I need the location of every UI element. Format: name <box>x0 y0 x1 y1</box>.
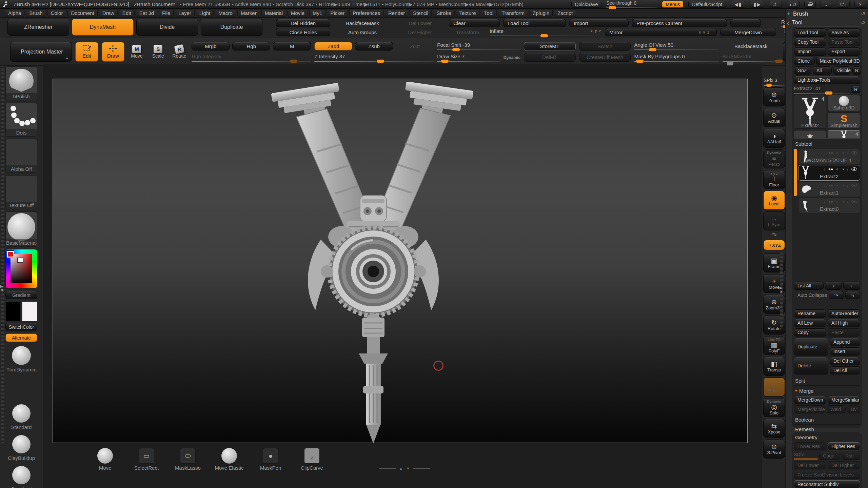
tool-thumb-simplebrush[interactable]: SSimpleBrush <box>828 113 860 129</box>
menu-stencil[interactable]: Stencil <box>410 9 432 17</box>
mask-by-polygroups-slider[interactable]: Mask By Polygroups 0 <box>634 54 719 62</box>
projection-master-button[interactable]: Projection Master ▲ <box>10 42 72 62</box>
menus-toggle-button[interactable]: Menus <box>662 1 684 8</box>
close-holes-button[interactable]: Close Holes <box>276 28 330 36</box>
menu-layer[interactable]: Layer <box>175 9 195 17</box>
copy-subtool-button[interactable]: Copy <box>794 328 826 337</box>
subtool-row-extract1[interactable]: ↓●●◐◑/ Extract1 <box>798 181 860 197</box>
rename-button[interactable]: Rename <box>794 309 826 318</box>
backfacemask-button[interactable]: BackfaceMask <box>334 19 391 27</box>
visibility-eye-icon[interactable] <box>851 200 857 203</box>
texture-thumb[interactable]: Texture Off <box>5 175 37 209</box>
insert-button[interactable]: Insert <box>830 347 860 355</box>
goz-visible-button[interactable]: Visible <box>833 66 851 75</box>
alpha-thumb[interactable]: Alpha Off <box>5 139 37 173</box>
menu-material[interactable]: Material <box>261 9 286 17</box>
goz-button[interactable]: GoZ <box>794 66 811 75</box>
bottom-brush-move-elastic[interactable]: Move Elastic <box>213 448 245 471</box>
del-other-button[interactable]: Del Other <box>830 357 860 365</box>
menu-marker[interactable]: Marker <box>237 9 260 17</box>
creatediff-mesh-button[interactable]: CreateDiff Mesh <box>579 53 631 62</box>
edit-mode-button[interactable]: Edit <box>75 42 98 62</box>
storemt-button[interactable]: StoreMT <box>524 42 576 51</box>
export-tool-button[interactable]: Export <box>828 47 860 56</box>
menu-my1[interactable]: My1 <box>309 9 326 17</box>
zoom-button[interactable]: ⊕Zoom <box>763 87 785 106</box>
shade-window-button[interactable]: ⌄ <box>821 1 832 8</box>
stroke-thumb[interactable]: Dots <box>5 103 37 137</box>
sculpt-statue[interactable] <box>270 80 477 443</box>
window-overlap-right-icon[interactable] <box>787 1 800 8</box>
tool-name-slider[interactable]: Extract2. 41 <box>794 85 850 94</box>
xpose-button[interactable]: ⇆Xpose <box>763 419 785 438</box>
append-button[interactable]: Append <box>830 338 860 346</box>
active-tool-thumb[interactable]: 4 Extract2 <box>794 95 826 129</box>
local-button[interactable]: ◉Local <box>763 191 785 210</box>
bottom-brush-masklasso[interactable]: ⬭MaskLasso <box>172 448 204 471</box>
rotate-up-icon[interactable]: ↷ <box>771 232 776 238</box>
uv-button[interactable]: Uv <box>847 405 860 413</box>
del-all-button[interactable]: Del All <box>830 366 860 374</box>
spix-slider[interactable]: SPix 3 <box>764 77 785 86</box>
autoreorder-button[interactable]: AutoReorder <box>828 309 860 318</box>
aahalf-button[interactable]: ◑AAHalf <box>763 129 785 148</box>
main-color-swatch[interactable] <box>5 302 21 321</box>
freeze-subdivision-button[interactable]: Freeze SubDivision Levels <box>794 471 860 479</box>
menu-tool[interactable]: Tool <box>481 9 497 17</box>
bottom-brush-clipcurve[interactable]: ◞ClipCurve <box>296 448 328 471</box>
geometry-header[interactable]: Geometry <box>794 434 860 442</box>
delmt-button[interactable]: DelMT <box>524 53 576 62</box>
switchcolor-button[interactable]: SwitchColor <box>5 323 37 331</box>
cage-button[interactable]: Cage <box>819 452 840 460</box>
inflate-slider[interactable]: Inflatex y z <box>490 28 601 36</box>
mirror-button[interactable]: Mirrorx y z <box>605 28 717 36</box>
goz-r-button[interactable]: R <box>852 66 861 75</box>
canvas-resize-handle[interactable] <box>727 62 733 65</box>
switch-color-widget[interactable]: SwitchColor <box>5 302 39 331</box>
del-higher-button[interactable]: Del Higher <box>395 28 446 36</box>
tool-thumb-sphere3d[interactable]: Sphere3D <box>828 95 860 111</box>
bottom-brush-selectrect[interactable]: ▭SelectRect <box>130 448 163 471</box>
alternate-button[interactable]: Alternate <box>5 333 37 342</box>
quicksave-button[interactable]: QuickSave <box>571 1 602 8</box>
clear-button[interactable]: Clear <box>449 19 500 27</box>
lightbox-tools-button[interactable]: Lightbox▶Tools <box>794 76 860 84</box>
divider-left-icon[interactable]: ◀▮ <box>731 1 745 8</box>
bottom-brush-move[interactable]: Move <box>89 448 121 471</box>
menu-picker[interactable]: Picker <box>327 9 348 17</box>
see-through-slider[interactable]: See-through 0 <box>606 0 657 8</box>
tray-collapse-arrows[interactable]: ▶◀ <box>0 285 3 291</box>
switch-button[interactable]: Switch <box>579 42 631 51</box>
make-polymesh3d-button[interactable]: Make PolyMesh3D <box>816 57 860 65</box>
menu-document[interactable]: Document <box>67 9 97 17</box>
subtool-header[interactable]: Subtool <box>794 140 860 149</box>
load-tool-panel-button[interactable]: Load Tool <box>794 28 826 37</box>
ghost-button[interactable]: ◌Ghost <box>763 378 785 396</box>
tool-reset-icon[interactable]: ↺ <box>861 20 865 26</box>
color-picker[interactable] <box>5 249 37 288</box>
duplicate-button[interactable]: Duplicate <box>201 19 262 36</box>
preprocess-aux-button[interactable] <box>730 19 761 27</box>
quick-brush-claybuildup[interactable]: ClayBuildup <box>5 433 37 462</box>
left-tray-divider[interactable] <box>1 66 4 443</box>
paste-subtool-button[interactable]: Paste <box>828 328 860 337</box>
quick-brush-trimdynamic[interactable]: TrimDynamic <box>5 344 37 373</box>
mergedown-button[interactable]: MergeDown <box>720 28 776 36</box>
visibility-eye-icon[interactable] <box>851 151 857 155</box>
visibility-eye-icon[interactable] <box>851 167 857 171</box>
menu-zscript[interactable]: Zscript <box>554 9 576 17</box>
current-color-swatch[interactable] <box>7 251 14 258</box>
default-zscript-button[interactable]: DefaultZScript <box>688 1 726 8</box>
menu-zplugin[interactable]: Zplugin <box>529 9 553 17</box>
backmaskint-slider[interactable]: BackMaskInt <box>723 54 780 62</box>
subtool-row-woman-statue[interactable]: ↓●●◐◑/ WOMAN STATUE 1 <box>798 149 860 164</box>
del-lower-button[interactable]: Del Lower <box>395 19 446 27</box>
all-high-button[interactable]: All High <box>828 319 860 327</box>
rgb-button[interactable]: Rgb <box>232 42 270 50</box>
bottom-brush-maskpen[interactable]: ●MaskPen <box>254 448 287 471</box>
spivot-button[interactable]: ⊕S.Pivot <box>763 440 785 459</box>
duplicate-subtool-button[interactable]: Duplicate <box>794 338 828 355</box>
weld-button[interactable]: Weld <box>827 405 846 413</box>
menu-draw[interactable]: Draw <box>99 9 118 17</box>
sdiv-slider[interactable]: SDiv <box>794 452 818 460</box>
